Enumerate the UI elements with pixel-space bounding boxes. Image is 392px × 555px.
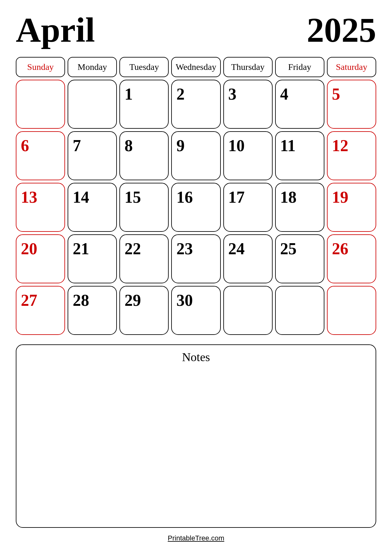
day-header-tuesday: Tuesday <box>119 57 169 77</box>
day-cell-11[interactable]: 11 <box>275 131 324 180</box>
day-cell-19[interactable]: 19 <box>327 183 376 232</box>
day-cell-20[interactable]: 20 <box>16 234 65 283</box>
day-header-friday: Friday <box>275 57 324 77</box>
day-cell-1[interactable]: 1 <box>119 80 169 129</box>
calendar-header: April 2025 <box>16 13 376 47</box>
day-cell-empty-4-5[interactable] <box>275 286 324 335</box>
day-cell-3[interactable]: 3 <box>223 80 273 129</box>
day-cell-6[interactable]: 6 <box>16 131 65 180</box>
calendar-grid: SundayMondayTuesdayWednesdayThursdayFrid… <box>16 57 376 335</box>
day-cell-27[interactable]: 27 <box>16 286 65 335</box>
day-cell-9[interactable]: 9 <box>171 131 220 180</box>
day-cell-16[interactable]: 16 <box>171 183 220 232</box>
day-cell-10[interactable]: 10 <box>223 131 273 180</box>
day-cell-12[interactable]: 12 <box>327 131 376 180</box>
day-cell-23[interactable]: 23 <box>171 234 220 283</box>
day-header-sunday: Sunday <box>16 57 65 77</box>
day-cell-empty-4-6[interactable] <box>327 286 376 335</box>
day-cell-22[interactable]: 22 <box>119 234 169 283</box>
day-cell-17[interactable]: 17 <box>223 183 273 232</box>
day-cell-26[interactable]: 26 <box>327 234 376 283</box>
day-cell-15[interactable]: 15 <box>119 183 169 232</box>
day-cell-13[interactable]: 13 <box>16 183 65 232</box>
day-cell-29[interactable]: 29 <box>119 286 169 335</box>
day-cell-28[interactable]: 28 <box>68 286 117 335</box>
day-cell-14[interactable]: 14 <box>68 183 117 232</box>
day-header-wednesday: Wednesday <box>171 57 220 77</box>
day-cell-5[interactable]: 5 <box>327 80 376 129</box>
day-cell-25[interactable]: 25 <box>275 234 324 283</box>
day-header-saturday: Saturday <box>327 57 376 77</box>
day-cell-2[interactable]: 2 <box>171 80 220 129</box>
notes-section[interactable]: Notes <box>16 344 376 528</box>
day-cell-7[interactable]: 7 <box>68 131 117 180</box>
calendar-page: April 2025 SundayMondayTuesdayWednesdayT… <box>0 0 392 555</box>
day-cell-30[interactable]: 30 <box>171 286 220 335</box>
day-cell-24[interactable]: 24 <box>223 234 273 283</box>
day-cell-8[interactable]: 8 <box>119 131 169 180</box>
day-cell-4[interactable]: 4 <box>275 80 324 129</box>
notes-title: Notes <box>21 350 371 364</box>
day-header-monday: Monday <box>68 57 117 77</box>
day-cell-18[interactable]: 18 <box>275 183 324 232</box>
year-title: 2025 <box>307 13 376 47</box>
day-cell-empty-0-0[interactable] <box>16 80 65 129</box>
day-header-thursday: Thursday <box>223 57 273 77</box>
day-cell-21[interactable]: 21 <box>68 234 117 283</box>
month-title: April <box>16 13 95 47</box>
day-cell-empty-4-4[interactable] <box>223 286 273 335</box>
footer-text: PrintableTree.com <box>16 534 376 542</box>
day-cell-empty-0-1[interactable] <box>68 80 117 129</box>
